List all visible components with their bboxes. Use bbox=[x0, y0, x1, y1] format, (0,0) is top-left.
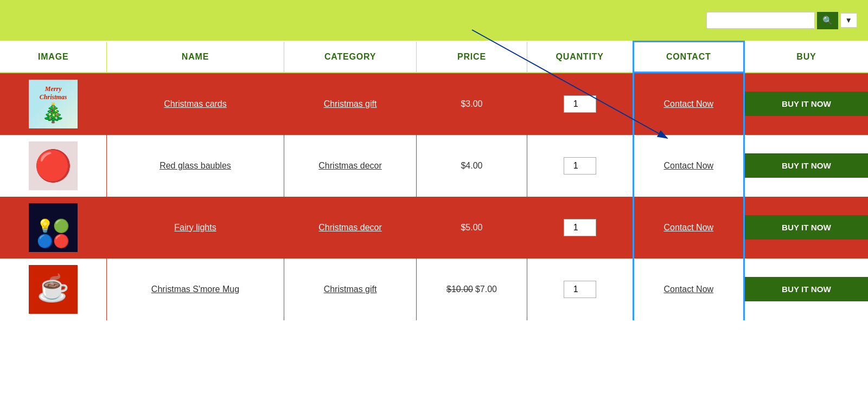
product-buy-cell[interactable]: BUY IT NOW bbox=[744, 197, 868, 259]
table-row: 💡🟢🔵🔴Fairy lightsChristmas decor$5.00Cont… bbox=[0, 197, 868, 259]
contact-now-link[interactable]: Contact Now bbox=[664, 99, 714, 108]
col-image: IMAGE bbox=[0, 42, 107, 73]
product-contact-cell[interactable]: Contact Now bbox=[633, 135, 744, 197]
table-row: 🔴Red glass baublesChristmas decor$4.00Co… bbox=[0, 135, 868, 197]
product-image-cell: 💡🟢🔵🔴 bbox=[0, 197, 107, 259]
price-current: $3.00 bbox=[461, 99, 482, 108]
product-price-cell: $10.00$7.00 bbox=[417, 259, 527, 320]
product-buy-cell[interactable]: BUY IT NOW bbox=[744, 135, 868, 197]
quantity-input[interactable] bbox=[564, 281, 596, 298]
product-category-link[interactable]: Christmas gift bbox=[324, 99, 377, 108]
product-name-cell[interactable]: Red glass baubles bbox=[107, 135, 284, 197]
contact-now-link[interactable]: Contact Now bbox=[664, 285, 714, 294]
product-quantity-cell[interactable] bbox=[527, 259, 633, 320]
product-name-link[interactable]: Christmas S'more Mug bbox=[151, 285, 239, 294]
product-category-cell[interactable]: Christmas gift bbox=[284, 73, 417, 135]
quantity-input[interactable] bbox=[564, 157, 596, 175]
col-name: NAME bbox=[107, 42, 284, 73]
product-name-link[interactable]: Christmas cards bbox=[164, 99, 227, 108]
product-buy-cell[interactable]: BUY IT NOW bbox=[744, 73, 868, 135]
quantity-input[interactable] bbox=[564, 219, 596, 236]
col-buy: BUY bbox=[744, 42, 868, 73]
table-row: MerryChristmas🎄Christmas cardsChristmas … bbox=[0, 73, 868, 135]
col-category: CATEGORY bbox=[284, 42, 417, 73]
buy-it-now-button[interactable]: BUY IT NOW bbox=[745, 153, 868, 178]
product-table: IMAGE NAME CATEGORY PRICE QUANTITY CONTA… bbox=[0, 41, 868, 320]
product-image-cell: ☕ bbox=[0, 259, 107, 320]
product-buy-cell[interactable]: BUY IT NOW bbox=[744, 259, 868, 320]
product-category-cell[interactable]: Christmas decor bbox=[284, 135, 417, 197]
product-name-link[interactable]: Red glass baubles bbox=[159, 161, 231, 170]
product-image-cell: 🔴 bbox=[0, 135, 107, 197]
product-name-cell[interactable]: Fairy lights bbox=[107, 197, 284, 259]
product-contact-cell[interactable]: Contact Now bbox=[633, 73, 744, 135]
table-row: ☕Christmas S'more MugChristmas gift$10.0… bbox=[0, 259, 868, 320]
contact-now-link[interactable]: Contact Now bbox=[664, 161, 714, 170]
col-quantity: QUANTITY bbox=[527, 42, 633, 73]
product-price-cell: $4.00 bbox=[417, 135, 527, 197]
search-button[interactable]: 🔍 bbox=[817, 12, 838, 29]
product-quantity-cell[interactable] bbox=[527, 73, 633, 135]
buy-it-now-button[interactable]: BUY IT NOW bbox=[745, 215, 868, 240]
product-name-link[interactable]: Fairy lights bbox=[174, 223, 216, 232]
product-name-cell[interactable]: Christmas S'more Mug bbox=[107, 259, 284, 320]
product-contact-cell[interactable]: Contact Now bbox=[633, 259, 744, 320]
product-category-link[interactable]: Christmas gift bbox=[324, 285, 377, 294]
price-old: $10.00 bbox=[446, 285, 473, 294]
product-image-cell: MerryChristmas🎄 bbox=[0, 73, 107, 135]
buy-it-now-button[interactable]: BUY IT NOW bbox=[745, 277, 868, 301]
search-dropdown[interactable]: ▼ bbox=[840, 13, 857, 28]
price-current: $5.00 bbox=[461, 223, 482, 232]
product-category-cell[interactable]: Christmas gift bbox=[284, 259, 417, 320]
col-contact: CONTACT bbox=[633, 42, 744, 73]
col-price: PRICE bbox=[417, 42, 527, 73]
search-container: 🔍 ▼ bbox=[706, 12, 857, 29]
product-name-cell[interactable]: Christmas cards bbox=[107, 73, 284, 135]
product-contact-cell[interactable]: Contact Now bbox=[633, 197, 744, 259]
buy-it-now-button[interactable]: BUY IT NOW bbox=[745, 92, 868, 116]
contact-now-link[interactable]: Contact Now bbox=[664, 223, 714, 232]
product-price-cell: $3.00 bbox=[417, 73, 527, 135]
product-category-link[interactable]: Christmas decor bbox=[318, 223, 381, 232]
product-category-cell[interactable]: Christmas decor bbox=[284, 197, 417, 259]
price-current: $7.00 bbox=[475, 285, 497, 294]
quantity-input[interactable] bbox=[564, 95, 596, 113]
search-input[interactable] bbox=[706, 12, 815, 29]
product-quantity-cell[interactable] bbox=[527, 197, 633, 259]
price-current: $4.00 bbox=[461, 161, 482, 170]
product-quantity-cell[interactable] bbox=[527, 135, 633, 197]
header: 🔍 ▼ bbox=[0, 0, 868, 41]
product-category-link[interactable]: Christmas decor bbox=[318, 161, 381, 170]
product-price-cell: $5.00 bbox=[417, 197, 527, 259]
